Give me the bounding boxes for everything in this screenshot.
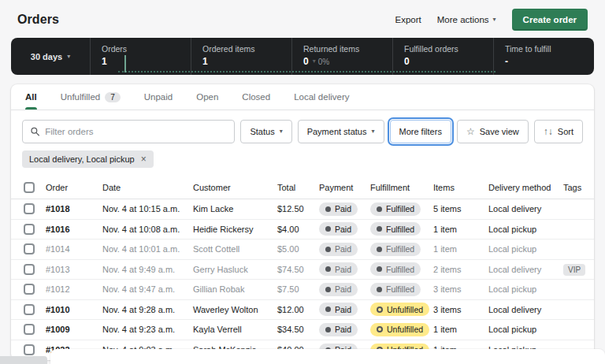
order-number: #1013 bbox=[46, 265, 102, 274]
select-all-checkbox[interactable] bbox=[24, 182, 35, 193]
row-checkbox[interactable] bbox=[24, 304, 35, 315]
delivery-method: Local pickup bbox=[488, 225, 563, 234]
status-dot-icon bbox=[325, 327, 331, 332]
payment-status-badge: Paid bbox=[319, 222, 358, 236]
items-count: 1 item bbox=[433, 325, 488, 334]
order-number: #1014 bbox=[46, 244, 102, 254]
more-actions-button[interactable]: More actions ▾ bbox=[437, 15, 496, 24]
tab-closed[interactable]: Closed bbox=[242, 84, 270, 110]
fulfillment-status-badge: Fulfilled bbox=[370, 222, 421, 236]
remove-filter-icon[interactable]: × bbox=[141, 154, 147, 164]
status-dot-icon bbox=[377, 247, 382, 252]
status-tooltip-fragment bbox=[0, 356, 47, 364]
table-row[interactable]: #1009 Nov. 4 at 9:23 a.m. Kayla Verrell … bbox=[11, 320, 594, 340]
order-date: Nov. 4 at 9:23 a.m. bbox=[102, 325, 193, 334]
items-count: 2 items bbox=[433, 265, 488, 274]
sparkline-baseline bbox=[118, 71, 496, 72]
order-tag: VIP bbox=[563, 265, 586, 274]
status-dot-icon bbox=[325, 247, 331, 252]
horizontal-scrollbar-track[interactable] bbox=[50, 349, 605, 364]
fulfillment-status-badge: Fulfilled bbox=[370, 243, 421, 256]
row-checkbox[interactable] bbox=[24, 344, 35, 355]
chevron-down-icon: ▾ bbox=[313, 58, 316, 65]
chevron-down-icon: ▾ bbox=[493, 17, 496, 23]
order-total: $5.00 bbox=[277, 244, 319, 254]
row-checkbox[interactable] bbox=[24, 284, 35, 295]
tab-count-badge: 7 bbox=[105, 92, 121, 102]
metric-orders: Orders 1 bbox=[90, 38, 191, 75]
order-total: $12.50 bbox=[277, 204, 319, 214]
row-checkbox[interactable] bbox=[24, 243, 35, 254]
create-order-button[interactable]: Create order bbox=[512, 9, 588, 31]
metric-ordered-items: Ordered items 1 bbox=[191, 38, 291, 75]
applied-filter-pill[interactable]: Local delivery, Local pickup × bbox=[22, 150, 154, 168]
status-filter-button[interactable]: Status ▾ bbox=[240, 120, 291, 143]
customer-name: Gillian Robak bbox=[193, 284, 277, 294]
order-date: Nov. 4 at 10:08 a.m. bbox=[102, 225, 193, 234]
stats-bar: 30 days ▾ Orders 1 Ordered items 1 Retur… bbox=[11, 38, 594, 75]
table-body: #1018 Nov. 4 at 10:15 a.m. Kim Lacke $12… bbox=[11, 199, 594, 360]
order-number: #1009 bbox=[46, 325, 102, 334]
row-checkbox[interactable] bbox=[24, 203, 35, 214]
fulfillment-status-badge: Fulfilled bbox=[370, 262, 421, 276]
date-range-dropdown[interactable]: 30 days ▾ bbox=[11, 38, 90, 75]
sort-arrows-icon: ↑↓ bbox=[544, 127, 553, 136]
payment-status-badge: Paid bbox=[319, 303, 358, 316]
sort-button[interactable]: ↑↓ Sort bbox=[534, 120, 583, 143]
order-total: $74.50 bbox=[277, 265, 319, 274]
table-row[interactable]: #1018 Nov. 4 at 10:15 a.m. Kim Lacke $12… bbox=[11, 199, 594, 220]
delivery-method: Local delivery bbox=[488, 305, 563, 314]
order-number: #1010 bbox=[46, 305, 102, 314]
row-checkbox[interactable] bbox=[24, 324, 35, 335]
tab-local-delivery[interactable]: Local delivery bbox=[294, 84, 349, 110]
export-button[interactable]: Export bbox=[395, 15, 421, 24]
table-row[interactable]: #1013 Nov. 4 at 9:49 a.m. Gerry Hasluck … bbox=[11, 260, 594, 280]
items-count: 3 items bbox=[433, 305, 488, 314]
items-count: 1 item bbox=[433, 225, 488, 234]
payment-status-badge: Paid bbox=[319, 283, 358, 296]
save-view-button[interactable]: ☆ Save view bbox=[457, 120, 529, 143]
row-checkbox[interactable] bbox=[24, 224, 35, 235]
row-checkbox[interactable] bbox=[24, 264, 35, 275]
tab-open[interactable]: Open bbox=[196, 84, 218, 110]
fulfillment-status-badge: Unfulfilled bbox=[370, 323, 429, 336]
column-header-date: Date bbox=[102, 183, 193, 192]
page-title: Orders bbox=[17, 13, 59, 27]
tab-unfulfilled[interactable]: Unfulfilled 7 bbox=[61, 84, 121, 110]
fulfillment-status-badge: Unfulfilled bbox=[370, 303, 429, 316]
payment-status-badge: Paid bbox=[319, 243, 358, 256]
column-header-fulfillment: Fulfillment bbox=[370, 183, 433, 192]
tab-unpaid[interactable]: Unpaid bbox=[144, 84, 173, 110]
table-header-row: OrderDateCustomerTotalPaymentFulfillment… bbox=[11, 176, 594, 199]
search-input[interactable] bbox=[45, 127, 226, 136]
more-filters-button[interactable]: More filters bbox=[390, 120, 451, 143]
items-count: 3 items bbox=[433, 284, 488, 294]
metric-returned-items: Returned items 0 ▾ 0% bbox=[291, 38, 392, 75]
table-row[interactable]: #1012 Nov. 4 at 9:47 a.m. Gillian Robak … bbox=[11, 280, 594, 300]
chevron-down-icon: ▾ bbox=[67, 54, 70, 60]
order-number: #1018 bbox=[46, 204, 102, 214]
tab-all[interactable]: All bbox=[25, 84, 37, 110]
column-header-customer: Customer bbox=[193, 183, 277, 192]
order-date: Nov. 4 at 9:28 a.m. bbox=[102, 305, 193, 314]
order-date: Nov. 4 at 9:47 a.m. bbox=[102, 284, 193, 294]
tabs: All Unfulfilled 7 Unpaid Open Closed Loc… bbox=[11, 84, 594, 110]
chevron-down-icon: ▾ bbox=[371, 128, 374, 135]
order-total: $7.50 bbox=[277, 284, 319, 294]
search-box[interactable] bbox=[22, 120, 235, 143]
order-date: Nov. 4 at 10:15 a.m. bbox=[102, 204, 193, 214]
customer-name: Heidie Rickersy bbox=[193, 225, 277, 234]
orders-card: All Unfulfilled 7 Unpaid Open Closed Loc… bbox=[11, 84, 594, 360]
page-header: Orders Export More actions ▾ Create orde… bbox=[0, 0, 605, 38]
items-count: 5 items bbox=[433, 204, 488, 214]
table-row[interactable]: #1014 Nov. 4 at 10:01 a.m. Scott Cottell… bbox=[11, 240, 594, 260]
metric-fulfilled-orders: Fulfilled orders 0 bbox=[392, 38, 493, 75]
payment-status-filter-button[interactable]: Payment status ▾ bbox=[298, 120, 384, 143]
delivery-method: Local pickup bbox=[488, 244, 563, 254]
status-dot-icon bbox=[325, 306, 331, 312]
table-row[interactable]: #1010 Nov. 4 at 9:28 a.m. Waverley Wolto… bbox=[11, 300, 594, 321]
table-row[interactable]: #1016 Nov. 4 at 10:08 a.m. Heidie Ricker… bbox=[11, 220, 594, 240]
column-header-order: Order bbox=[46, 183, 102, 192]
customer-name: Waverley Wolton bbox=[193, 305, 277, 314]
status-dot-icon bbox=[325, 206, 331, 212]
